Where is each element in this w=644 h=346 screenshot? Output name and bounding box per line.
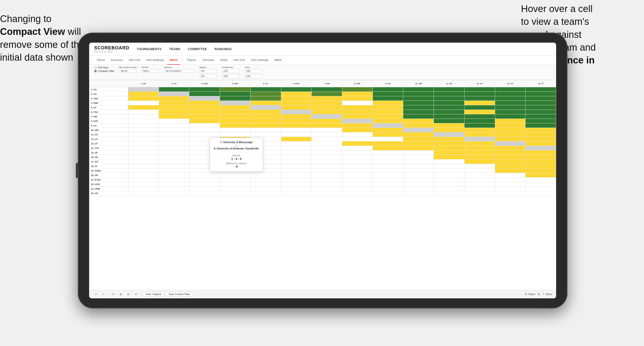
matrix-cell[interactable] (128, 105, 159, 110)
matrix-cell[interactable] (312, 164, 342, 168)
matrix-cell[interactable] (128, 92, 159, 96)
matrix-cell[interactable] (373, 178, 403, 182)
matrix-cell[interactable] (403, 123, 434, 128)
matrix-cell[interactable] (403, 150, 434, 155)
matrix-cell[interactable] (525, 150, 556, 155)
matrix-cell[interactable] (434, 114, 464, 119)
matrix-cell[interactable] (250, 187, 281, 191)
matrix-cell[interactable] (342, 119, 373, 123)
matrix-cell[interactable] (342, 168, 373, 173)
matrix-cell[interactable] (464, 101, 495, 105)
full-view-radio[interactable] (94, 66, 97, 69)
matrix-cell[interactable] (281, 187, 312, 191)
filter-conference-sub-select[interactable]: (All) (222, 74, 240, 78)
matrix-cell[interactable] (434, 178, 464, 182)
matrix-cell[interactable] (434, 146, 464, 150)
matrix-cell[interactable] (312, 101, 342, 105)
matrix-cell[interactable] (342, 105, 373, 110)
matrix-cell[interactable] (403, 105, 434, 110)
matrix-cell[interactable] (403, 119, 434, 123)
matrix-cell[interactable] (159, 119, 189, 123)
matrix-cell[interactable] (373, 182, 403, 187)
matrix-cell[interactable] (495, 137, 525, 141)
matrix-cell[interactable] (281, 150, 312, 155)
matrix-cell[interactable] (281, 92, 312, 96)
matrix-cell[interactable] (464, 146, 495, 150)
matrix-cell[interactable] (495, 168, 525, 173)
sub-nav-players[interactable]: Players (185, 56, 199, 65)
matrix-cell[interactable] (250, 110, 281, 114)
matrix-cell[interactable] (342, 155, 373, 159)
matrix-cell[interactable] (159, 155, 189, 159)
matrix-cell[interactable] (434, 159, 464, 164)
matrix-cell[interactable] (434, 164, 464, 168)
compact-view-option[interactable]: Compact View (94, 70, 114, 72)
matrix-cell[interactable] (403, 96, 434, 101)
toolbar-refresh[interactable]: ↺ (133, 292, 139, 296)
table-row[interactable]: 7. UM (89, 114, 556, 119)
matrix-cell[interactable] (495, 155, 525, 159)
filter-conference-select[interactable]: (All) (222, 69, 240, 73)
matrix-cell[interactable] (342, 132, 373, 137)
matrix-cell[interactable] (342, 191, 373, 196)
matrix-cell[interactable] (373, 146, 403, 150)
matrix-cell[interactable] (525, 187, 556, 191)
table-row[interactable]: 9. UA (89, 123, 556, 128)
matrix-cell[interactable] (525, 155, 556, 159)
matrix-cell[interactable] (373, 119, 403, 123)
table-row[interactable]: 11. UA (89, 132, 556, 137)
matrix-cell[interactable] (464, 87, 495, 92)
table-row[interactable]: 6. FSU (89, 110, 556, 114)
table-row[interactable]: 3. ASU (89, 96, 556, 101)
matrix-cell[interactable] (220, 187, 251, 191)
matrix-cell[interactable] (189, 92, 220, 96)
matrix-cell[interactable] (464, 155, 495, 159)
matrix-cell[interactable] (495, 110, 525, 114)
matrix-cell[interactable] (281, 110, 312, 114)
table-row[interactable]: 8. UAF (89, 119, 556, 123)
matrix-cell[interactable] (250, 114, 281, 119)
matrix-cell[interactable] (373, 105, 403, 110)
matrix-cell[interactable] (159, 182, 189, 187)
matrix-cell[interactable] (525, 128, 556, 132)
matrix-cell[interactable] (189, 119, 220, 123)
matrix-cell[interactable] (525, 123, 556, 128)
matrix-cell[interactable] (128, 173, 159, 178)
matrix-cell[interactable] (189, 128, 220, 132)
matrix-cell[interactable] (495, 87, 525, 92)
sub-nav-h2h-grid2[interactable]: H2H Grid (231, 56, 247, 65)
matrix-cell[interactable] (250, 178, 281, 182)
table-row[interactable]: 5. UT (89, 105, 556, 110)
matrix-cell[interactable] (312, 150, 342, 155)
matrix-cell[interactable] (281, 182, 312, 187)
matrix-cell[interactable] (128, 110, 159, 114)
matrix-cell[interactable] (495, 101, 525, 105)
matrix-cell[interactable] (220, 128, 251, 132)
table-row[interactable]: 14. TTU (89, 146, 556, 150)
matrix-cell[interactable] (312, 128, 342, 132)
table-row[interactable]: 18. UI (89, 164, 556, 168)
matrix-cell[interactable] (220, 96, 251, 101)
matrix-cell[interactable] (434, 150, 464, 155)
matrix-cell[interactable] (434, 191, 464, 196)
matrix-cell[interactable] (220, 173, 251, 178)
matrix-cell[interactable] (373, 128, 403, 132)
matrix-cell[interactable] (342, 150, 373, 155)
matrix-cell[interactable] (342, 96, 373, 101)
matrix-cell[interactable] (373, 155, 403, 159)
sub-nav-h2h-grid1[interactable]: H2H Grid (126, 56, 143, 65)
matrix-cell[interactable] (281, 96, 312, 101)
matrix-cell[interactable] (159, 92, 189, 96)
matrix-cell[interactable] (128, 182, 159, 187)
sub-nav-matrix2[interactable]: Matrix (272, 56, 284, 65)
matrix-cell[interactable] (403, 137, 434, 141)
matrix-cell[interactable] (250, 92, 281, 96)
matrix-cell[interactable] (159, 110, 189, 114)
matrix-cell[interactable] (128, 114, 159, 119)
matrix-cell[interactable] (434, 141, 464, 146)
matrix-cell[interactable] (403, 128, 434, 132)
matrix-cell[interactable] (525, 164, 556, 168)
matrix-cell[interactable] (128, 141, 159, 146)
matrix-cell[interactable] (281, 123, 312, 128)
matrix-cell[interactable] (342, 128, 373, 132)
